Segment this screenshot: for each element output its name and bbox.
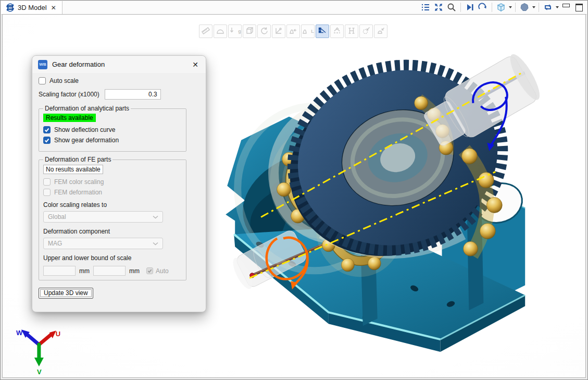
lower-bound-input[interactable]: [43, 266, 76, 276]
update-3d-view-button[interactable]: Update 3D view: [39, 288, 93, 299]
rotate-view-button[interactable]: [257, 24, 271, 38]
search-icon[interactable]: [446, 2, 457, 13]
rotate-icon: [259, 26, 269, 37]
diagram-button[interactable]: [272, 24, 285, 38]
app-window: 3D 3D Model ✕: [0, 0, 588, 380]
housing-contact-button[interactable]: [374, 24, 387, 38]
scaling-factor-label: Scaling factor (x1000): [39, 91, 99, 98]
show-gear-deformation-row: Show gear deformation: [43, 137, 182, 144]
outline-list-icon[interactable]: [420, 2, 431, 13]
deflection-in-button[interactable]: [286, 24, 300, 38]
auto-scale-label: Auto scale: [49, 77, 79, 84]
toolbar-separator: [492, 3, 492, 12]
bounds-label: Upper and lower bound of scale: [43, 254, 182, 262]
dialog-body: Auto scale Scaling factor (x1000) Deform…: [32, 73, 206, 299]
gear-deformation-dialog: WB Gear deformation ✕ Auto scale Scaling…: [32, 55, 206, 312]
load-distribution-button[interactable]: [330, 24, 344, 38]
h-section-icon: [347, 26, 356, 37]
tab-label: 3D Model: [18, 4, 47, 11]
3d-model-icon: 3D: [6, 3, 15, 12]
view-cube-dropdown-icon[interactable]: [509, 6, 512, 8]
housing-display-button[interactable]: [214, 24, 227, 38]
replay-icon[interactable]: [477, 2, 489, 13]
loop-animation-icon[interactable]: [542, 2, 554, 13]
fem-color-scaling-checkbox[interactable]: [43, 178, 51, 186]
dome-arrow-icon: [376, 26, 385, 37]
fe-parts-group: Deformation of FE parts No results avail…: [39, 156, 186, 280]
show-gear-deformation-checkbox[interactable]: [43, 137, 51, 144]
loop-dropdown-icon[interactable]: [556, 6, 559, 8]
bounds-row: mm mm Auto: [43, 266, 182, 276]
gravity-arrow-icon: [229, 26, 238, 37]
bounding-box-button[interactable]: [243, 24, 256, 38]
cube-icon: [245, 26, 254, 37]
scaling-factor-row: Scaling factor (x1000): [39, 89, 199, 100]
section-dropdown-icon[interactable]: [532, 6, 535, 8]
auto-scale-checkbox[interactable]: [39, 77, 46, 84]
dialog-close-icon[interactable]: ✕: [191, 60, 200, 69]
upper-unit-label: mm: [129, 267, 140, 275]
minimize-panel-icon[interactable]: [560, 2, 572, 13]
deformation-component-select[interactable]: MAG: [43, 238, 163, 249]
deformation-component-label: Deformation component: [43, 228, 182, 235]
color-scaling-label: Color scaling relates to: [43, 201, 182, 209]
maximize-panel-icon[interactable]: [573, 2, 585, 13]
auto-bounds-checkbox[interactable]: [146, 267, 153, 274]
axis-w-label: W: [16, 329, 23, 337]
axis-v-label: V: [37, 368, 42, 376]
angle-chart-icon: [274, 26, 283, 37]
analytical-parts-group: Deformation of analytical parts Results …: [39, 105, 186, 152]
dialog-titlebar[interactable]: WB Gear deformation ✕: [32, 56, 206, 73]
show-deflection-row: Show deflection curve: [43, 126, 182, 133]
toolbar-separator: [539, 3, 539, 12]
dome-icon: [216, 26, 225, 37]
workbench-icon: WB: [38, 60, 47, 69]
fe-parts-legend: Deformation of FE parts: [43, 156, 112, 163]
scaling-factor-input[interactable]: [105, 89, 161, 100]
step-forward-icon[interactable]: [464, 2, 476, 13]
axis-u-label: U: [56, 330, 60, 338]
results-available-badge: Results available: [43, 114, 96, 122]
auto-bounds-label: Auto: [156, 267, 169, 275]
deformation-component-value: MAG: [48, 240, 62, 247]
color-scaling-select[interactable]: Global: [43, 211, 163, 223]
color-scaling-value: Global: [48, 213, 66, 220]
upper-bound-input[interactable]: [93, 266, 126, 276]
show-deflection-checkbox[interactable]: [43, 126, 51, 133]
measure-button[interactable]: [199, 24, 212, 38]
gear-contact-button[interactable]: [359, 24, 373, 38]
dialog-title: Gear deformation: [52, 60, 105, 68]
curve-l-icon: [302, 26, 311, 37]
view-toolbar: g L: [199, 24, 387, 38]
fem-deformation-row: FEM deformation: [43, 189, 182, 196]
fem-color-scaling-label: FEM color scaling: [54, 178, 104, 186]
deflection-curve-icon: [318, 26, 327, 37]
gear-deformation-button[interactable]: [316, 24, 329, 38]
view-cube-icon[interactable]: [495, 2, 507, 13]
shaft-section-button[interactable]: [345, 24, 358, 38]
curve-up-arrow-icon: [332, 26, 342, 37]
analytical-parts-legend: Deformation of analytical parts: [43, 105, 131, 112]
section-shape-icon[interactable]: [519, 2, 530, 13]
gravity-button[interactable]: g: [228, 24, 242, 38]
auto-bounds-wrap: Auto: [146, 267, 169, 275]
fem-color-scaling-row: FEM color scaling: [43, 178, 182, 186]
tab-3d-model[interactable]: 3D 3D Model ✕: [1, 1, 62, 14]
fit-view-icon[interactable]: [433, 2, 444, 13]
ruler-icon: [201, 26, 210, 37]
auto-scale-row: Auto scale: [39, 77, 199, 84]
show-gear-deformation-label: Show gear deformation: [54, 137, 119, 144]
chevron-down-icon: [153, 240, 158, 247]
toolbar-separator: [515, 3, 516, 12]
gear-arrow-icon: [361, 26, 371, 37]
fem-deformation-label: FEM deformation: [54, 189, 102, 196]
tab-close-icon[interactable]: ✕: [50, 4, 57, 11]
show-deflection-label: Show deflection curve: [54, 126, 115, 133]
fem-deformation-checkbox[interactable]: [43, 189, 51, 196]
curve-arrow-icon: [289, 26, 298, 37]
top-toolbar: [420, 1, 585, 14]
lower-unit-label: mm: [79, 267, 90, 275]
deflection-load-button[interactable]: L: [301, 24, 315, 38]
no-results-badge: No results available: [43, 165, 103, 174]
toolbar-separator: [460, 3, 461, 12]
